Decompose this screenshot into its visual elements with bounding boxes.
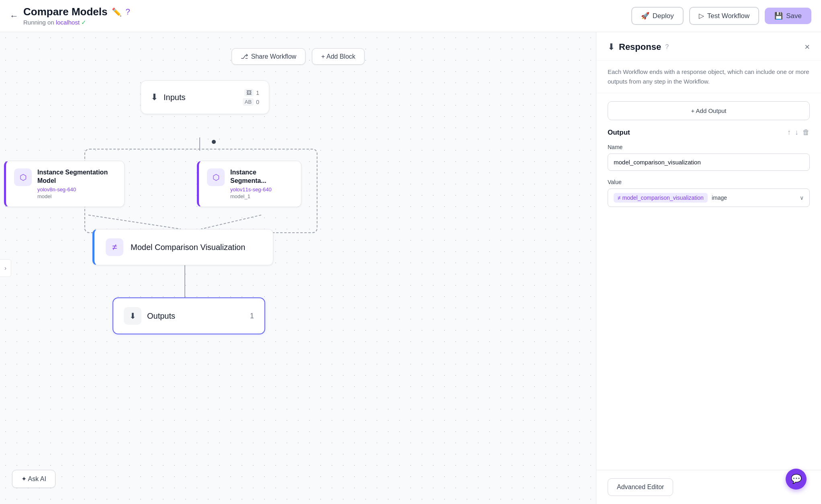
canvas: › ⎇ Share Workflow + Add Block [0, 32, 596, 504]
model-2-node[interactable]: ⬡ Instance Segmenta... yolov11s-seg-640 … [197, 161, 301, 207]
deploy-button[interactable]: 🚀 Deploy [631, 7, 684, 25]
outputs-node[interactable]: ⬇ Outputs 1 [113, 297, 265, 334]
outputs-count: 1 [250, 312, 254, 320]
title-block: Compare Models ✏️ ? Running on localhost… [23, 6, 130, 26]
share-icon: ⎇ [241, 53, 248, 60]
ask-ai-button[interactable]: ✦ Ask AI [12, 470, 55, 488]
outputs-icon: ⬇ [124, 307, 141, 325]
share-workflow-button[interactable]: ⎇ Share Workflow [231, 48, 306, 65]
canvas-toolbar: ⎇ Share Workflow + Add Block [231, 48, 365, 65]
add-block-button[interactable]: + Add Block [312, 48, 364, 65]
inputs-label: Inputs [164, 93, 185, 102]
value-row[interactable]: ≠ model_comparison_visualization image ∨ [608, 188, 810, 207]
svg-line-2 [201, 215, 261, 229]
connectors-svg [0, 32, 596, 504]
svg-line-1 [88, 215, 181, 229]
right-panel: ⬇ Response ? × Each Workflow ends with a… [596, 32, 821, 504]
sidebar-toggle[interactable]: › [0, 259, 11, 277]
play-icon: ▷ [699, 12, 704, 20]
viz-icon: ≠ [112, 242, 117, 252]
check-icon: ✓ [81, 19, 86, 26]
chat-fab[interactable]: 💬 [786, 469, 807, 490]
model-2-subtitle: yolov11s-seg-640 [230, 186, 293, 193]
inputs-node[interactable]: ⬇ Inputs 🖼 1 AB 0 [141, 80, 269, 114]
page-title: Compare Models [23, 6, 108, 18]
name-input[interactable] [608, 154, 810, 171]
text-badge: AB 0 [243, 98, 259, 106]
panel-close-button[interactable]: × [805, 42, 810, 52]
edit-icon[interactable]: ✏️ [112, 7, 122, 17]
save-icon: 💾 [774, 12, 783, 20]
output-section-header: Output ↑ ↓ 🗑 [608, 128, 810, 137]
move-down-icon[interactable]: ↓ [795, 128, 798, 137]
panel-description: Each Workflow ends with a response objec… [596, 61, 821, 93]
name-field-group: Name [608, 144, 810, 171]
add-output-button[interactable]: + Add Output [608, 101, 810, 120]
title-row: Compare Models ✏️ ? [23, 6, 130, 18]
model-1-type: model [37, 193, 116, 199]
chat-icon: 💬 [791, 474, 802, 484]
model-1-node[interactable]: ⬡ Instance Segmentation Model yolov8n-se… [4, 161, 125, 207]
text-badge-icon: AB [243, 98, 254, 106]
main: › ⎇ Share Workflow + Add Block [0, 32, 821, 504]
outputs-label: Outputs [147, 311, 175, 321]
output-section-title: Output [608, 129, 630, 137]
value-tag: ≠ model_comparison_visualization [614, 193, 708, 203]
chevron-down-icon[interactable]: ∨ [800, 195, 804, 201]
panel-help-icon[interactable]: ? [665, 43, 669, 51]
save-button[interactable]: 💾 Save [765, 8, 811, 24]
rocket-icon: 🚀 [641, 12, 649, 20]
test-workflow-button[interactable]: ▷ Test Workflow [689, 7, 760, 25]
model-2-type: model_1 [230, 193, 293, 199]
delete-icon[interactable]: 🗑 [803, 128, 810, 137]
value-type: image [712, 195, 796, 201]
name-label: Name [608, 144, 810, 150]
model-1-title: Instance Segmentation Model [37, 168, 116, 185]
header-left: ← Compare Models ✏️ ? Running on localho… [10, 6, 631, 26]
move-up-icon[interactable]: ↑ [787, 128, 791, 137]
host-label: localhost [56, 19, 80, 26]
header-actions: 🚀 Deploy ▷ Test Workflow 💾 Save [631, 7, 811, 25]
panel-title: Response [619, 42, 661, 52]
model-1-subtitle: yolov8n-seg-640 [37, 186, 116, 193]
value-field-group: Value ≠ model_comparison_visualization i… [608, 179, 810, 207]
panel-header: ⬇ Response ? × [596, 32, 821, 61]
viz-label: Model Comparison Visualization [131, 243, 245, 252]
connector-dot-1 [212, 140, 216, 144]
response-icon: ⬇ [608, 42, 615, 52]
visualization-node[interactable]: ≠ Model Comparison Visualization [92, 229, 273, 265]
back-button[interactable]: ← [10, 11, 18, 21]
model-2-title: Instance Segmenta... [230, 168, 293, 185]
header: ← Compare Models ✏️ ? Running on localho… [0, 0, 821, 32]
output-section: Output ↑ ↓ 🗑 Name Value ≠ model_comparis… [596, 128, 821, 470]
image-badge: 🖼 1 [244, 89, 259, 96]
value-label: Value [608, 179, 810, 185]
advanced-editor-button[interactable]: Advanced Editor [608, 478, 673, 496]
model-1-icon: ⬡ [20, 172, 27, 182]
inputs-icon: ⬇ [151, 92, 158, 102]
help-icon[interactable]: ? [126, 7, 130, 16]
model-2-icon: ⬡ [213, 172, 219, 182]
subtitle: Running on localhost ✓ [23, 19, 130, 26]
image-badge-icon: 🖼 [244, 89, 254, 96]
